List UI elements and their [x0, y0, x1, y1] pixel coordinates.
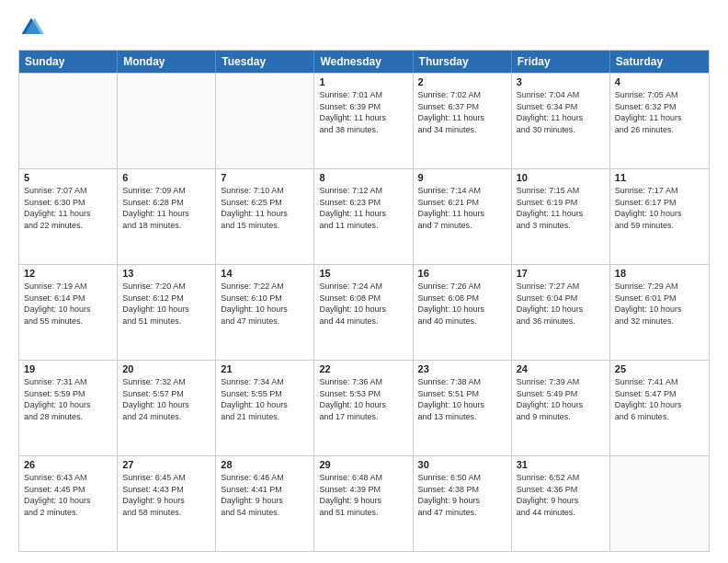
day-cell-2: 2Sunrise: 7:02 AM Sunset: 6:37 PM Daylig…	[414, 74, 512, 168]
day-info: Sunrise: 7:09 AM Sunset: 6:28 PM Dayligh…	[122, 185, 210, 231]
day-info: Sunrise: 7:05 AM Sunset: 6:32 PM Dayligh…	[615, 89, 704, 135]
day-number: 9	[418, 172, 506, 183]
day-info: Sunrise: 6:50 AM Sunset: 4:38 PM Dayligh…	[418, 472, 506, 518]
day-cell-15: 15Sunrise: 7:24 AM Sunset: 6:08 PM Dayli…	[314, 265, 413, 360]
calendar-week-5: 26Sunrise: 6:43 AM Sunset: 4:45 PM Dayli…	[19, 455, 709, 551]
day-info: Sunrise: 7:34 AM Sunset: 5:55 PM Dayligh…	[221, 376, 309, 422]
day-cell-28: 28Sunrise: 6:46 AM Sunset: 4:41 PM Dayli…	[216, 456, 314, 551]
day-header-monday: Monday	[118, 51, 216, 73]
day-info: Sunrise: 7:39 AM Sunset: 5:49 PM Dayligh…	[517, 376, 605, 422]
day-cell-21: 21Sunrise: 7:34 AM Sunset: 5:55 PM Dayli…	[216, 361, 314, 455]
day-cell-5: 5Sunrise: 7:07 AM Sunset: 6:30 PM Daylig…	[19, 169, 118, 264]
day-cell-8: 8Sunrise: 7:12 AM Sunset: 6:23 PM Daylig…	[314, 169, 413, 264]
day-info: Sunrise: 7:38 AM Sunset: 5:51 PM Dayligh…	[418, 376, 506, 422]
day-info: Sunrise: 7:10 AM Sunset: 6:25 PM Dayligh…	[221, 185, 309, 231]
day-header-wednesday: Wednesday	[314, 51, 413, 73]
calendar-week-1: 1Sunrise: 7:01 AM Sunset: 6:39 PM Daylig…	[19, 73, 709, 168]
day-info: Sunrise: 7:41 AM Sunset: 5:47 PM Dayligh…	[615, 376, 704, 422]
day-info: Sunrise: 7:12 AM Sunset: 6:23 PM Dayligh…	[319, 185, 407, 231]
empty-cell	[19, 74, 118, 168]
day-cell-19: 19Sunrise: 7:31 AM Sunset: 5:59 PM Dayli…	[19, 361, 118, 455]
day-number: 18	[615, 268, 704, 279]
day-number: 4	[615, 76, 704, 87]
day-header-thursday: Thursday	[414, 51, 512, 73]
page: SundayMondayTuesdayWednesdayThursdayFrid…	[0, 0, 728, 563]
day-number: 11	[615, 172, 704, 183]
day-info: Sunrise: 7:24 AM Sunset: 6:08 PM Dayligh…	[319, 281, 407, 327]
day-number: 23	[418, 363, 506, 374]
day-number: 19	[24, 363, 112, 374]
day-number: 27	[122, 459, 210, 470]
day-number: 8	[319, 172, 407, 183]
day-number: 31	[517, 459, 605, 470]
day-number: 30	[418, 459, 506, 470]
day-number: 21	[221, 363, 309, 374]
day-number: 6	[122, 172, 210, 183]
day-number: 25	[615, 363, 704, 374]
day-info: Sunrise: 7:19 AM Sunset: 6:14 PM Dayligh…	[24, 281, 112, 327]
day-cell-23: 23Sunrise: 7:38 AM Sunset: 5:51 PM Dayli…	[414, 361, 512, 455]
day-number: 13	[122, 268, 210, 279]
day-number: 17	[517, 268, 605, 279]
day-cell-13: 13Sunrise: 7:20 AM Sunset: 6:12 PM Dayli…	[118, 265, 216, 360]
day-cell-25: 25Sunrise: 7:41 AM Sunset: 5:47 PM Dayli…	[610, 361, 709, 455]
day-info: Sunrise: 7:29 AM Sunset: 6:01 PM Dayligh…	[615, 281, 704, 327]
header	[18, 15, 710, 40]
day-cell-24: 24Sunrise: 7:39 AM Sunset: 5:49 PM Dayli…	[512, 361, 610, 455]
day-info: Sunrise: 7:31 AM Sunset: 5:59 PM Dayligh…	[24, 376, 112, 422]
day-info: Sunrise: 7:07 AM Sunset: 6:30 PM Dayligh…	[24, 185, 112, 231]
calendar-week-2: 5Sunrise: 7:07 AM Sunset: 6:30 PM Daylig…	[19, 168, 709, 264]
day-cell-16: 16Sunrise: 7:26 AM Sunset: 6:06 PM Dayli…	[414, 265, 512, 360]
day-cell-12: 12Sunrise: 7:19 AM Sunset: 6:14 PM Dayli…	[19, 265, 118, 360]
day-info: Sunrise: 6:43 AM Sunset: 4:45 PM Dayligh…	[24, 472, 112, 518]
day-info: Sunrise: 7:26 AM Sunset: 6:06 PM Dayligh…	[418, 281, 506, 327]
day-info: Sunrise: 7:20 AM Sunset: 6:12 PM Dayligh…	[122, 281, 210, 327]
empty-cell	[118, 74, 216, 168]
day-info: Sunrise: 6:48 AM Sunset: 4:39 PM Dayligh…	[319, 472, 407, 518]
day-header-saturday: Saturday	[610, 51, 709, 73]
day-number: 10	[517, 172, 605, 183]
day-info: Sunrise: 7:01 AM Sunset: 6:39 PM Dayligh…	[319, 89, 407, 135]
day-header-friday: Friday	[512, 51, 610, 73]
logo	[18, 15, 48, 40]
day-header-tuesday: Tuesday	[216, 51, 314, 73]
calendar-header: SundayMondayTuesdayWednesdayThursdayFrid…	[19, 51, 709, 73]
day-cell-20: 20Sunrise: 7:32 AM Sunset: 5:57 PM Dayli…	[118, 361, 216, 455]
day-info: Sunrise: 7:15 AM Sunset: 6:19 PM Dayligh…	[517, 185, 605, 231]
day-cell-30: 30Sunrise: 6:50 AM Sunset: 4:38 PM Dayli…	[414, 456, 512, 551]
day-number: 20	[122, 363, 210, 374]
empty-cell	[216, 74, 314, 168]
day-number: 15	[319, 268, 407, 279]
day-number: 29	[319, 459, 407, 470]
day-number: 14	[221, 268, 309, 279]
day-info: Sunrise: 7:27 AM Sunset: 6:04 PM Dayligh…	[517, 281, 605, 327]
day-info: Sunrise: 6:46 AM Sunset: 4:41 PM Dayligh…	[221, 472, 309, 518]
day-cell-11: 11Sunrise: 7:17 AM Sunset: 6:17 PM Dayli…	[610, 169, 709, 264]
day-info: Sunrise: 7:02 AM Sunset: 6:37 PM Dayligh…	[418, 89, 506, 135]
day-cell-18: 18Sunrise: 7:29 AM Sunset: 6:01 PM Dayli…	[610, 265, 709, 360]
day-cell-9: 9Sunrise: 7:14 AM Sunset: 6:21 PM Daylig…	[414, 169, 512, 264]
day-cell-17: 17Sunrise: 7:27 AM Sunset: 6:04 PM Dayli…	[512, 265, 610, 360]
day-info: Sunrise: 7:36 AM Sunset: 5:53 PM Dayligh…	[319, 376, 407, 422]
empty-cell	[610, 456, 709, 551]
day-cell-1: 1Sunrise: 7:01 AM Sunset: 6:39 PM Daylig…	[314, 74, 413, 168]
day-number: 7	[221, 172, 309, 183]
logo-icon	[18, 15, 44, 40]
day-number: 3	[517, 76, 605, 87]
day-cell-29: 29Sunrise: 6:48 AM Sunset: 4:39 PM Dayli…	[314, 456, 413, 551]
day-cell-27: 27Sunrise: 6:45 AM Sunset: 4:43 PM Dayli…	[118, 456, 216, 551]
day-info: Sunrise: 6:52 AM Sunset: 4:36 PM Dayligh…	[517, 472, 605, 518]
day-number: 22	[319, 363, 407, 374]
day-info: Sunrise: 7:04 AM Sunset: 6:34 PM Dayligh…	[517, 89, 605, 135]
day-cell-3: 3Sunrise: 7:04 AM Sunset: 6:34 PM Daylig…	[512, 74, 610, 168]
day-number: 28	[221, 459, 309, 470]
day-number: 26	[24, 459, 112, 470]
day-cell-31: 31Sunrise: 6:52 AM Sunset: 4:36 PM Dayli…	[512, 456, 610, 551]
day-info: Sunrise: 7:32 AM Sunset: 5:57 PM Dayligh…	[122, 376, 210, 422]
calendar-week-3: 12Sunrise: 7:19 AM Sunset: 6:14 PM Dayli…	[19, 264, 709, 360]
calendar-body: 1Sunrise: 7:01 AM Sunset: 6:39 PM Daylig…	[19, 73, 709, 551]
day-number: 24	[517, 363, 605, 374]
day-cell-10: 10Sunrise: 7:15 AM Sunset: 6:19 PM Dayli…	[512, 169, 610, 264]
day-number: 12	[24, 268, 112, 279]
day-number: 2	[418, 76, 506, 87]
